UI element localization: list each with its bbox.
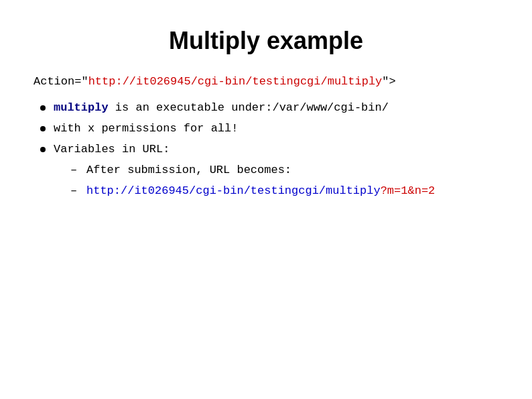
action-suffix: "> xyxy=(382,75,395,88)
keyword-multiply: multiply xyxy=(54,101,109,114)
url-red-part: ?m=1&n=2 xyxy=(381,184,436,197)
bullet-dot-3 xyxy=(40,147,46,152)
action-line: Action="http://it026945/cgi-bin/testingc… xyxy=(34,75,498,88)
action-url: http://it026945/cgi-bin/testingcgi/multi… xyxy=(88,75,383,88)
bullet-item-1: multiply is an executable under:/var/www… xyxy=(40,101,498,114)
url-black-part: http://it026945/cgi-bin/testingcgi/multi… xyxy=(86,184,381,197)
bullet-text-2: with x permissions for all! xyxy=(54,122,238,135)
bullet-dot-2 xyxy=(40,126,46,131)
slide-title: Multiply example xyxy=(34,27,498,55)
sub-dash-2: – xyxy=(70,184,81,197)
action-prefix: Action=" xyxy=(34,75,88,88)
sub-text-2: http://it026945/cgi-bin/testingcgi/multi… xyxy=(86,184,435,197)
slide: Multiply example Action="http://it026945… xyxy=(0,0,532,399)
bullet-text-1: multiply is an executable under:/var/www… xyxy=(54,101,389,114)
bullet-item-3: Variables in URL: xyxy=(40,143,498,156)
sub-text-1: After submission, URL becomes: xyxy=(86,164,291,176)
bullet-list: multiply is an executable under:/var/www… xyxy=(40,101,498,156)
sub-list: – After submission, URL becomes: – http:… xyxy=(70,164,498,197)
bullet-item-2: with x permissions for all! xyxy=(40,122,498,135)
sub-item-2: – http://it026945/cgi-bin/testingcgi/mul… xyxy=(70,184,498,197)
sub-dash-1: – xyxy=(70,164,81,176)
bullet-text-3: Variables in URL: xyxy=(54,143,170,156)
bullet-dot-1 xyxy=(40,105,46,111)
sub-item-1: – After submission, URL becomes: xyxy=(70,164,498,176)
